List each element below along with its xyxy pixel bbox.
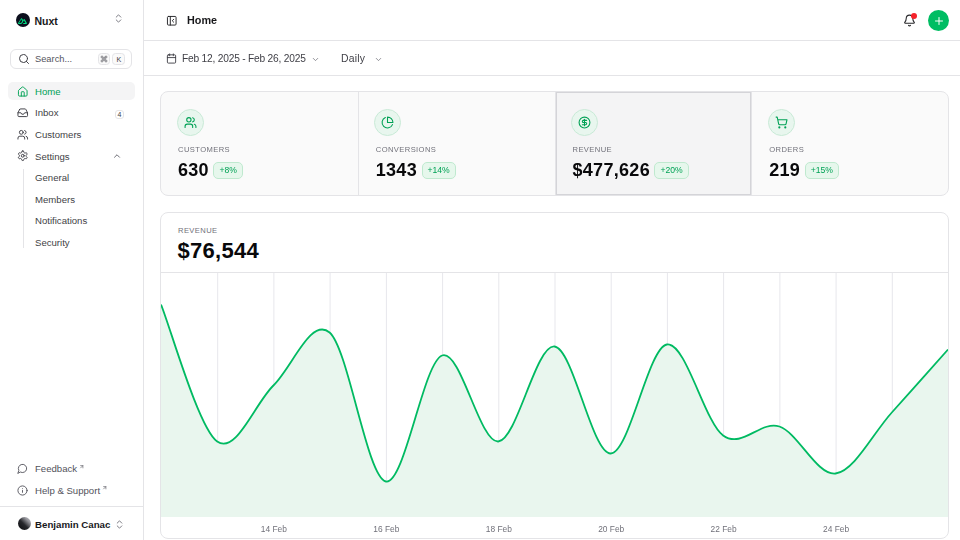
svg-text:18 Feb: 18 Feb	[486, 524, 512, 534]
svg-text:22 Feb: 22 Feb	[711, 524, 737, 534]
svg-text:24 Feb: 24 Feb	[823, 524, 849, 534]
svg-text:14 Feb: 14 Feb	[261, 524, 287, 534]
svg-text:20 Feb: 20 Feb	[598, 524, 624, 534]
svg-text:16 Feb: 16 Feb	[373, 524, 399, 534]
